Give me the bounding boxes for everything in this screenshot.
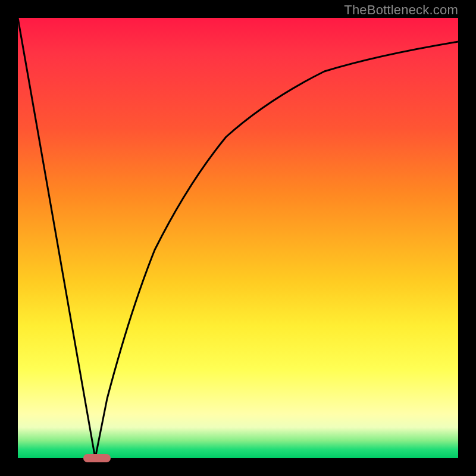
highlight-pill [83,454,111,462]
watermark-text: TheBottleneck.com [344,2,458,18]
plot-area [18,18,458,458]
rising-curve [95,42,458,458]
chart-container: TheBottleneck.com [0,0,476,476]
v-left-line [18,18,95,458]
curve-svg [18,18,458,458]
